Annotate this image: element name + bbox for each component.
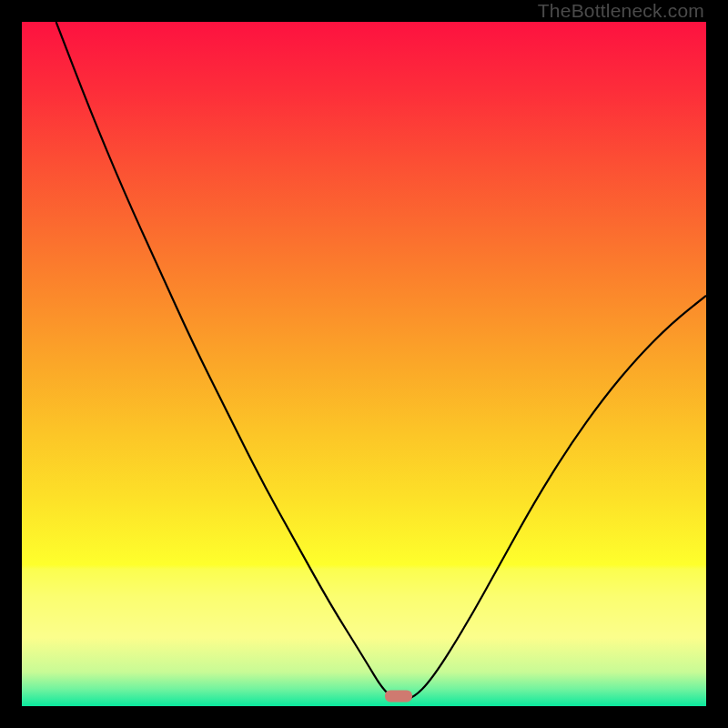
plot-area [22, 22, 706, 706]
optimal-marker [385, 690, 412, 702]
watermark-label: TheBottleneck.com [538, 0, 704, 22]
bottleneck-curve [22, 22, 706, 706]
chart-frame: TheBottleneck.com [0, 0, 728, 728]
